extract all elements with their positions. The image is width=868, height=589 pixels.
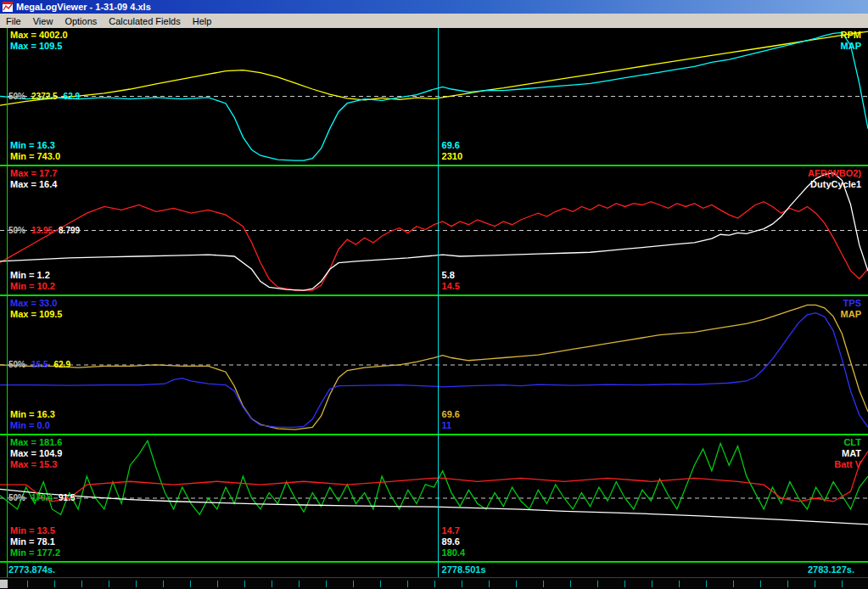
max-labels-item: Max = 104.9 <box>10 448 62 459</box>
min-labels: Min = 16.3Min = 0.0 <box>10 409 55 431</box>
app-icon-graphic <box>3 2 13 12</box>
chart-panel-rpm-map[interactable]: Max = 4002.0Max = 109.5Min = 16.3Min = 7… <box>0 28 868 166</box>
title-bar: MegaLogViewer - 1-31-09 4.xls <box>0 0 868 14</box>
min-labels: Min = 1.2Min = 10.2 <box>10 270 55 292</box>
left-edge-line <box>7 28 8 577</box>
series-line-rpm <box>0 31 868 105</box>
cursor-values-item: 5.8 <box>442 270 460 281</box>
cursor-line[interactable] <box>438 28 439 577</box>
max-labels-item: Max = 16.4 <box>10 179 57 190</box>
legend: CLTMATBatt V <box>834 437 861 470</box>
cursor-values-item: 89.6 <box>442 536 466 547</box>
fifty-percent-labels: 50%2372.562.9 <box>8 92 86 101</box>
menu-options[interactable]: Options <box>59 15 103 27</box>
min-labels: Min = 16.3Min = 743.0 <box>10 140 60 162</box>
min-labels-item: Min = 78.1 <box>10 536 60 547</box>
fifty-percent-value: 2372.5 <box>31 92 58 101</box>
cursor-values: 69.611 <box>442 409 460 431</box>
fifty-percent-prefix: 50% <box>8 493 25 502</box>
menu-bar: File View Options Calculated Fields Help <box>0 14 868 28</box>
cursor-values-item: 180.4 <box>442 547 466 558</box>
chart-panel-afr-dutycycle[interactable]: Max = 17.7Max = 16.4Min = 1.2Min = 10.2A… <box>0 166 868 296</box>
timeline-thumb[interactable] <box>0 580 8 588</box>
legend-item: Batt V <box>834 459 861 470</box>
series-line-tps <box>0 313 868 428</box>
fifty-percent-value: 62.9 <box>53 360 70 369</box>
cursor-values-item: 69.6 <box>442 140 462 151</box>
legend-item: TPS <box>841 298 861 309</box>
min-labels-item: Min = 16.3 <box>10 409 55 420</box>
max-labels-item: Max = 17.7 <box>10 168 57 179</box>
min-labels-item: Min = 10.2 <box>10 281 55 292</box>
legend-item: CLT <box>834 437 861 448</box>
fifty-percent-value: 13.95 <box>31 226 53 235</box>
fifty-percent-value: 179.4 <box>31 493 53 502</box>
series-plot <box>0 28 868 165</box>
series-line-map <box>0 305 868 429</box>
max-labels: Max = 4002.0Max = 109.5 <box>10 30 68 52</box>
fifty-percent-labels: 50%179.491.5 <box>8 493 81 502</box>
time-label-cursor: 2778.501s <box>442 564 486 575</box>
min-labels-item: Min = 16.3 <box>10 140 60 151</box>
time-label-left: 2773.874s. <box>8 564 55 575</box>
app-window: MegaLogViewer - 1-31-09 4.xls File View … <box>0 0 868 589</box>
timeline-ticks <box>0 581 868 587</box>
min-labels-item: Min = 743.0 <box>10 151 60 162</box>
max-labels-item: Max = 15.3 <box>10 459 62 470</box>
legend-item: RPM <box>841 30 861 41</box>
cursor-values: 14.789.6180.4 <box>442 525 466 558</box>
fifty-percent-labels: 50%16.562.9 <box>8 360 76 369</box>
min-labels: Min = 13.5Min = 78.1Min = 177.2 <box>10 525 60 558</box>
chart-panel-tps-map[interactable]: Max = 33.0Max = 109.5Min = 16.3Min = 0.0… <box>0 296 868 435</box>
fifty-percent-prefix: 50% <box>8 92 25 101</box>
legend: TPSMAP <box>841 298 861 320</box>
legend-item: MAP <box>841 309 861 320</box>
cursor-values-item: 69.6 <box>442 409 460 420</box>
menu-help[interactable]: Help <box>187 15 218 27</box>
chart-panel-clt-mat-batt[interactable]: Max = 181.6Max = 104.9Max = 15.3Min = 13… <box>0 435 868 563</box>
max-labels: Max = 181.6Max = 104.9Max = 15.3 <box>10 437 62 470</box>
fifty-percent-prefix: 50% <box>8 360 25 369</box>
series-line-afr-wbo2- <box>0 202 868 290</box>
max-labels-item: Max = 33.0 <box>10 298 62 309</box>
fifty-percent-value: 91.5 <box>59 493 75 502</box>
min-labels-item: Min = 13.5 <box>10 525 60 536</box>
menu-calculated-fields[interactable]: Calculated Fields <box>103 15 186 27</box>
legend-item: DutyCycle1 <box>808 179 861 190</box>
legend: RPMMAP <box>841 30 861 52</box>
cursor-values-item: 14.5 <box>442 281 460 292</box>
fifty-percent-labels: 50%13.958.799 <box>8 226 86 235</box>
series-line-mat <box>0 489 868 524</box>
cursor-values-item: 2310 <box>442 151 462 162</box>
cursor-values-item: 11 <box>442 420 460 431</box>
cursor-values-item: 14.7 <box>442 525 466 536</box>
series-plot <box>0 166 868 294</box>
fifty-percent-value: 16.5 <box>31 360 48 369</box>
max-labels-item: Max = 109.5 <box>10 309 62 320</box>
max-labels-item: Max = 109.5 <box>10 41 68 52</box>
max-labels-item: Max = 181.6 <box>10 437 62 448</box>
chart-area: Max = 4002.0Max = 109.5Min = 16.3Min = 7… <box>0 28 868 577</box>
series-line-batt-v <box>0 452 868 502</box>
series-plot <box>0 435 868 561</box>
min-labels-item: Min = 177.2 <box>10 547 60 558</box>
fifty-percent-value: 62.9 <box>64 92 80 101</box>
max-labels: Max = 17.7Max = 16.4 <box>10 168 57 190</box>
cursor-values: 69.62310 <box>442 140 462 162</box>
legend: AFR(WBO2)DutyCycle1 <box>808 168 861 190</box>
max-labels: Max = 33.0Max = 109.5 <box>10 298 62 320</box>
time-axis: 2773.874s. 2778.501s 2783.127s. <box>0 563 868 577</box>
window-title: MegaLogViewer - 1-31-09 4.xls <box>16 0 151 14</box>
app-icon <box>3 2 13 12</box>
timeline-scrollbar[interactable] <box>0 577 868 589</box>
fifty-percent-value: 8.799 <box>59 226 80 235</box>
min-labels-item: Min = 0.0 <box>10 420 55 431</box>
legend-item: AFR(WBO2) <box>808 168 861 179</box>
time-label-right: 2783.127s. <box>808 564 854 575</box>
menu-view[interactable]: View <box>27 15 59 27</box>
legend-item: MAP <box>841 41 861 52</box>
series-line-dutycycle1 <box>0 173 868 290</box>
menu-file[interactable]: File <box>0 15 27 27</box>
series-plot <box>0 296 868 434</box>
cursor-values: 5.814.5 <box>442 270 460 292</box>
